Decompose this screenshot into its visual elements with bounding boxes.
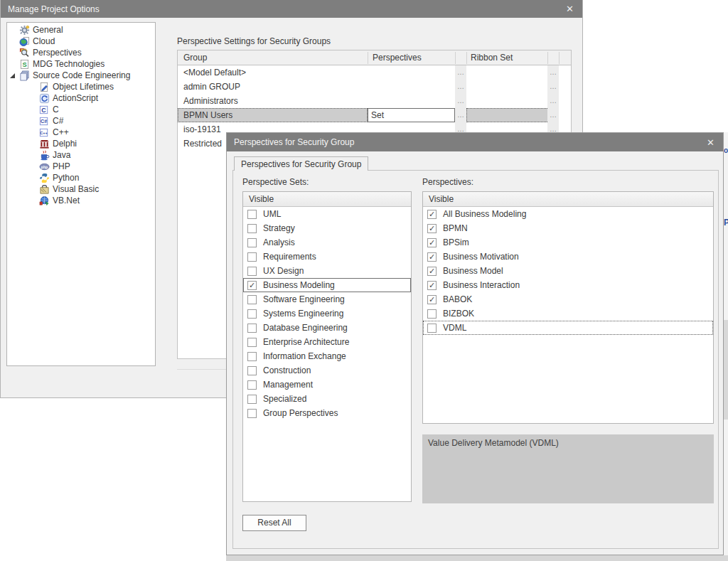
unchecked-checkbox[interactable] [247,380,257,390]
column-separator [559,52,560,64]
list-item-business-interaction[interactable]: ✓Business Interaction [423,278,713,292]
list-item-all-business-modeling[interactable]: ✓All Business Modeling [423,207,713,221]
cloud-icon [19,36,30,47]
list-item-construction[interactable]: Construction [243,363,411,378]
main-dialog-titlebar[interactable]: Manage Project Options ✕ [1,0,582,18]
tree-item-label: Cloud [33,36,55,47]
tree-item-delphi[interactable]: Delphi [7,138,155,149]
column-header-group[interactable]: Group [178,50,368,65]
tab-perspectives-for-security-group[interactable]: Perspectives for Security Group [234,156,368,171]
tree-item-actionscript[interactable]: ActionScript [7,92,155,104]
perspectives-ellipsis-button[interactable]: … [455,80,466,94]
list-item-requirements[interactable]: Requirements [243,250,411,264]
perspectives-ellipsis-button[interactable]: … [455,108,466,122]
checked-checkbox[interactable]: ✓ [427,295,437,304]
table-row-bpmn-users[interactable]: BPMN UsersSet…… [178,108,571,122]
tree-item-c[interactable]: C++C++ [7,127,155,138]
tree-item-java[interactable]: Java [7,149,155,161]
tree-item-vb-net[interactable]: VB.Net [7,195,155,206]
perspectives-ellipsis-button[interactable]: … [455,65,466,80]
table-row-administrators[interactable]: Administrators…… [178,94,571,108]
list-item-group-perspectives[interactable]: Group Perspectives [243,406,411,420]
tree-item-c[interactable]: C#C# [7,115,155,127]
column-header-perspectives[interactable]: Perspectives [368,50,455,65]
column-header-ribbon-set[interactable]: Ribbon Set [466,50,547,65]
group-cell: BPMN Users [178,108,368,122]
list-item-management[interactable]: Management [243,378,411,392]
list-item-business-motivation[interactable]: ✓Business Motivation [423,250,713,264]
list-item-bpsim[interactable]: ✓BPSim [423,235,713,250]
tree-item-mdg-technologies[interactable]: SMDG Technologies [7,58,155,70]
unchecked-checkbox[interactable] [247,238,257,247]
checked-checkbox[interactable]: ✓ [427,267,437,276]
perspectives-cell [368,80,455,94]
perspectives-ellipsis-button[interactable]: … [455,94,466,108]
list-item-babok[interactable]: ✓BABOK [423,292,713,306]
list-item-business-model[interactable]: ✓Business Model [423,264,713,278]
list-item-enterprise-architecture[interactable]: Enterprise Architecture [243,335,411,349]
unchecked-checkbox[interactable] [427,324,437,333]
list-item-bpmn[interactable]: ✓BPMN [423,221,713,235]
unchecked-checkbox[interactable] [247,267,257,276]
unchecked-checkbox[interactable] [247,352,257,361]
unchecked-checkbox[interactable] [247,309,257,319]
checked-checkbox[interactable]: ✓ [427,224,437,233]
list-item-information-exchange[interactable]: Information Exchange [243,349,411,363]
tree-item-php[interactable]: phpPHP [7,161,155,172]
unchecked-checkbox[interactable] [247,324,257,333]
checked-checkbox[interactable]: ✓ [427,252,437,262]
list-item-database-engineering[interactable]: Database Engineering [243,321,411,335]
list-item-analysis[interactable]: Analysis [243,235,411,250]
unchecked-checkbox[interactable] [247,366,257,375]
tab-label: Perspectives for Security Group [241,159,361,169]
unchecked-checkbox[interactable] [427,309,437,319]
checked-checkbox[interactable]: ✓ [427,281,437,290]
tree-item-cloud[interactable]: Cloud [7,36,155,47]
java-icon [39,150,50,161]
list-item-uml[interactable]: UML [243,207,411,221]
unchecked-checkbox[interactable] [247,210,257,219]
ribbon-set-ellipsis-button[interactable]: … [547,80,559,94]
unchecked-checkbox[interactable] [247,395,257,404]
overlay-dialog-titlebar[interactable]: Perspectives for Security Group ✕ [227,133,723,151]
tree-item-perspectives[interactable]: Perspectives [7,47,155,58]
c-icon: C [39,105,50,115]
checked-checkbox[interactable]: ✓ [427,238,437,247]
list-item-strategy[interactable]: Strategy [243,221,411,235]
list-item-ux-design[interactable]: UX Design [243,264,411,278]
checked-checkbox[interactable]: ✓ [427,210,437,219]
tree-item-source-code-engineering[interactable]: Source Code Engineering [7,70,155,81]
list-item-vdml[interactable]: VDML [423,321,713,335]
unchecked-checkbox[interactable] [247,409,257,418]
tree-item-object-lifetimes[interactable]: Object Lifetimes [7,81,155,92]
unchecked-checkbox[interactable] [247,252,257,262]
ribbon-set-ellipsis-button[interactable]: … [547,108,559,122]
svg-text:C++: C++ [40,130,48,134]
mdg-icon: S [19,59,30,70]
list-item-software-engineering[interactable]: Software Engineering [243,292,411,306]
tree-item-general[interactable]: General [7,24,155,36]
unchecked-checkbox[interactable] [247,224,257,233]
table-row-admin-group[interactable]: admin GROUP…… [178,80,571,94]
perspectives-cell[interactable]: Set [368,108,455,122]
list-item-business-modeling[interactable]: ✓Business Modeling [243,278,411,292]
tree-item-python[interactable]: Python [7,172,155,183]
list-item-label: BPMN [443,223,468,233]
close-icon[interactable]: ✕ [707,133,714,151]
reset-all-button[interactable]: Reset All [242,515,306,531]
ribbon-set-ellipsis-button[interactable]: … [547,94,559,108]
list-item-bizbok[interactable]: BIZBOK [423,306,713,321]
tree-item-visual-basic[interactable]: Visual Basic [7,183,155,195]
background-window-block [724,320,728,420]
list-item-specialized[interactable]: Specialized [243,392,411,406]
expand-collapse-icon[interactable] [10,73,15,78]
table-row-model-default[interactable]: <Model Default>…… [178,65,571,80]
ribbon-set-ellipsis-button[interactable]: … [547,65,559,80]
list-item-systems-engineering[interactable]: Systems Engineering [243,306,411,321]
unchecked-checkbox[interactable] [247,338,257,347]
unchecked-checkbox[interactable] [247,295,257,304]
background-window-fragment: o [724,146,728,154]
close-icon[interactable]: ✕ [566,0,574,18]
tree-item-c[interactable]: CC [7,104,155,115]
checked-checkbox[interactable]: ✓ [247,281,257,290]
